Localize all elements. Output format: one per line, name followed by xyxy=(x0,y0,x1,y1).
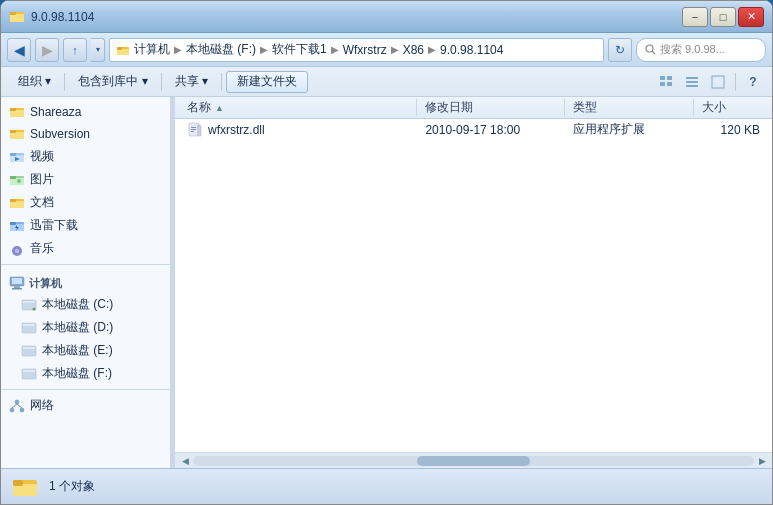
file-cell-name: wfxrstrz.dll xyxy=(179,122,417,138)
address-path[interactable]: 计算机 ▶ 本地磁盘 (F:) ▶ 软件下载1 ▶ Wfxrstrz ▶ X86… xyxy=(109,38,604,62)
svg-rect-15 xyxy=(712,76,724,88)
svg-point-46 xyxy=(33,307,36,310)
sidebar-item-drive-e[interactable]: 本地磁盘 (E:) xyxy=(1,339,170,362)
file-cell-date: 2010-09-17 18:00 xyxy=(417,123,564,137)
search-placeholder: 搜索 9.0.98... xyxy=(660,42,725,57)
sidebar-item-doc[interactable]: 文档 xyxy=(1,191,170,214)
hscroll-track[interactable] xyxy=(193,456,754,466)
view-icon-search[interactable] xyxy=(655,71,677,93)
svg-rect-1 xyxy=(10,14,24,22)
sidebar-item-network[interactable]: 网络 xyxy=(1,394,170,417)
nav-dropdown[interactable]: ▾ xyxy=(91,38,105,62)
svg-rect-17 xyxy=(10,110,24,117)
svg-rect-21 xyxy=(10,130,16,133)
svg-point-53 xyxy=(15,400,19,404)
svg-rect-20 xyxy=(10,132,24,139)
help-button[interactable]: ? xyxy=(742,71,764,93)
toolbar-separator-1 xyxy=(64,73,65,91)
hscroll-right-button[interactable]: ▶ xyxy=(754,455,770,467)
drive-d-icon xyxy=(21,320,37,336)
search-box[interactable]: 搜索 9.0.98... xyxy=(636,38,766,62)
status-folder-icon xyxy=(11,473,39,501)
sidebar-computer-section: 计算机 xyxy=(1,269,170,293)
sidebar-item-drive-c[interactable]: 本地磁盘 (C:) xyxy=(1,293,170,316)
sidebar-item-image[interactable]: 图片 xyxy=(1,168,170,191)
svg-rect-32 xyxy=(10,199,16,202)
svg-point-29 xyxy=(17,179,21,183)
file-cell-size: 120 KB xyxy=(694,123,768,137)
forward-button[interactable]: ▶ xyxy=(35,38,59,62)
close-button[interactable]: ✕ xyxy=(738,7,764,27)
toolbar-list-icon xyxy=(685,75,699,89)
col-header-date[interactable]: 修改日期 xyxy=(417,99,564,116)
sidebar-item-thunder[interactable]: 迅雷下载 xyxy=(1,214,170,237)
minimize-button[interactable]: − xyxy=(682,7,708,27)
svg-line-56 xyxy=(12,404,17,408)
drive-e-icon xyxy=(21,343,37,359)
computer-label: 计算机 xyxy=(29,276,62,291)
sidebar-label-video: 视频 xyxy=(30,148,54,165)
svg-rect-12 xyxy=(686,77,698,79)
image-folder-icon xyxy=(9,172,25,188)
share-button[interactable]: 共享 ▾ xyxy=(166,71,217,93)
address-bar: ◀ ▶ ↑ ▾ 计算机 ▶ 本地磁盘 (F:) ▶ 软件下载1 ▶ Wfxrst… xyxy=(1,33,772,67)
svg-rect-2 xyxy=(10,12,16,15)
view-icon-detail[interactable] xyxy=(707,71,729,93)
refresh-button[interactable]: ↻ xyxy=(608,38,632,62)
toolbar-right: ? xyxy=(655,71,764,93)
svg-line-7 xyxy=(652,51,655,54)
include-button[interactable]: 包含到库中 ▾ xyxy=(69,71,156,93)
new-folder-button[interactable]: 新建文件夹 xyxy=(226,71,308,93)
svg-rect-10 xyxy=(660,82,665,86)
svg-rect-8 xyxy=(660,76,665,80)
svg-rect-45 xyxy=(23,301,35,303)
svg-line-57 xyxy=(17,404,22,408)
svg-point-6 xyxy=(646,45,653,52)
window-icon xyxy=(9,9,25,25)
hscroll-left-button[interactable]: ◀ xyxy=(177,455,193,467)
col-header-size[interactable]: 大小 xyxy=(694,99,768,116)
path-drive: 本地磁盘 (F:) xyxy=(186,41,256,58)
explorer-window: 9.0.98.1104 − □ ✕ ◀ ▶ ↑ ▾ 计算机 ▶ 本地磁盘 (F:… xyxy=(0,0,773,505)
toolbar: 组织 ▾ 包含到库中 ▾ 共享 ▾ 新建文件夹 xyxy=(1,67,772,97)
svg-rect-61 xyxy=(191,127,196,128)
sidebar-item-video[interactable]: 视频 xyxy=(1,145,170,168)
sidebar-divider-2 xyxy=(1,389,170,390)
title-bar-left: 9.0.98.1104 xyxy=(9,9,94,25)
sidebar-label-subversion: Subversion xyxy=(30,127,90,141)
svg-rect-14 xyxy=(686,85,698,87)
sidebar-divider-1 xyxy=(1,264,170,265)
svg-rect-48 xyxy=(23,324,35,326)
svg-rect-42 xyxy=(14,286,20,288)
file-cell-type: 应用程序扩展 xyxy=(565,121,694,138)
col-header-type[interactable]: 类型 xyxy=(565,99,694,116)
main-area: Shareaza Subversion 视频 xyxy=(1,97,772,468)
svg-rect-35 xyxy=(10,222,16,225)
status-count: 1 个对象 xyxy=(49,478,95,495)
sidebar-item-drive-d[interactable]: 本地磁盘 (D:) xyxy=(1,316,170,339)
back-button[interactable]: ◀ xyxy=(7,38,31,62)
col-header-name[interactable]: 名称 ▲ xyxy=(179,99,417,116)
maximize-button[interactable]: □ xyxy=(710,7,736,27)
svg-rect-43 xyxy=(12,288,22,290)
horizontal-scrollbar[interactable]: ◀ ▶ xyxy=(175,452,772,468)
sidebar-item-shareaza[interactable]: Shareaza xyxy=(1,101,170,123)
sidebar-item-music[interactable]: 音乐 xyxy=(1,237,170,260)
path-folder1: 软件下载1 xyxy=(272,41,327,58)
svg-point-39 xyxy=(16,250,18,252)
file-list: wfxrstrz.dll 2010-09-17 18:00 应用程序扩展 120… xyxy=(175,119,772,452)
sidebar-label-thunder: 迅雷下载 xyxy=(30,217,78,234)
subversion-folder-icon xyxy=(9,126,25,142)
path-folder3: X86 xyxy=(403,43,424,57)
hscroll-thumb[interactable] xyxy=(417,456,529,466)
path-folder2: Wfxrstrz xyxy=(343,43,387,57)
up-button[interactable]: ↑ xyxy=(63,38,87,62)
table-row[interactable]: wfxrstrz.dll 2010-09-17 18:00 应用程序扩展 120… xyxy=(175,119,772,141)
network-icon xyxy=(9,398,25,414)
sidebar-label-shareaza: Shareaza xyxy=(30,105,81,119)
view-icon-list[interactable] xyxy=(681,71,703,93)
organize-button[interactable]: 组织 ▾ xyxy=(9,71,60,93)
sidebar-item-drive-f[interactable]: 本地磁盘 (F:) xyxy=(1,362,170,385)
sidebar-label-drive-f: 本地磁盘 (F:) xyxy=(42,365,112,382)
sidebar-item-subversion[interactable]: Subversion xyxy=(1,123,170,145)
